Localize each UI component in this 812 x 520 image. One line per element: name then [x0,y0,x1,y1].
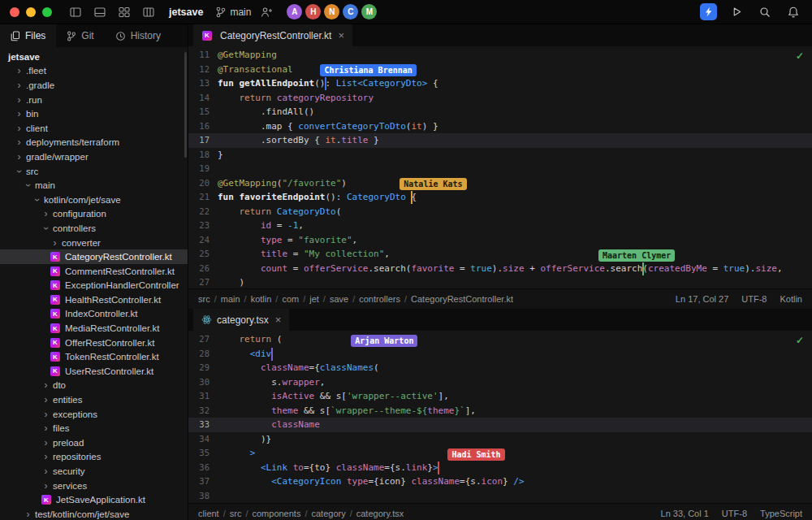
code-line[interactable]: 11@GetMapping [188,48,812,63]
tree-item[interactable]: ›gradle/wrapper [0,150,188,164]
code-line[interactable]: 28 <div [188,347,812,362]
line-number[interactable]: 19 [188,162,209,176]
code-line[interactable]: 30 s.wrapper, [188,375,812,390]
tree-item[interactable]: KExceptionHandlerController [0,279,188,293]
avatar[interactable]: A [287,4,302,20]
git-branch-button[interactable]: main [216,6,251,18]
code-line[interactable]: 19 [188,162,812,176]
line-number[interactable]: 33 [188,418,209,432]
tab-history[interactable]: History [105,24,171,47]
breadcrumb-item[interactable]: controllers [359,294,400,304]
tree-item[interactable]: ›configuration [0,207,188,222]
code-line[interactable]: 17 .sortedBy { it.title } [188,133,812,148]
line-number[interactable]: 22 [188,205,209,219]
invite-user-icon[interactable] [257,4,275,20]
tree-item[interactable]: ›.run [0,93,188,107]
tree-item[interactable]: ›entities [0,392,188,407]
line-number[interactable]: 32 [188,404,209,418]
breadcrumb-item[interactable]: jet [309,294,319,304]
tree-item[interactable]: ›.gradle [0,78,188,93]
tree-item[interactable]: ›files [0,421,188,436]
line-number[interactable]: 35 [188,446,209,461]
tree-item[interactable]: ›client [0,121,188,136]
tree-item[interactable]: ›kotlin/com/jet/save [0,193,188,207]
tree-item[interactable]: ›services [0,479,188,493]
tree-item[interactable]: ›exceptions [0,407,188,422]
avatar[interactable]: C [343,4,358,20]
line-number[interactable]: 37 [188,474,209,489]
tree-item[interactable]: KJetSaveApplication.kt [0,492,188,507]
line-number[interactable]: 36 [188,461,209,475]
line-number[interactable]: 31 [188,389,209,404]
code-line[interactable]: 34 )} [188,432,812,447]
code-line[interactable]: 22 return CategoryDto( [188,205,812,219]
code-line[interactable]: 12@Transactional [188,63,812,77]
tree-item[interactable]: jetsave [0,50,188,64]
tab-category-tsx[interactable]: category.tsx × [193,309,289,331]
tree-item[interactable]: ›deployments/terraform [0,136,188,150]
tab-git[interactable]: Git [56,24,104,47]
tree-item[interactable]: ›.fleet [0,64,188,79]
tree-item[interactable]: ›test/kotlin/com/jet/save [0,507,188,520]
breadcrumb-item[interactable]: main [221,294,240,304]
code-line[interactable]: 14 return categoryRepository [188,91,812,106]
code-line[interactable]: 29 className={classNames( [188,361,812,375]
breadcrumb-item[interactable]: com [282,294,299,304]
tree-item[interactable]: KCategoryRestController.kt [0,249,188,264]
breadcrumb-item[interactable]: components [252,509,300,518]
panel-left-icon[interactable] [67,4,84,20]
close-tab-icon[interactable]: × [338,29,344,41]
code-line[interactable]: 15 .findAll() [188,105,812,119]
language[interactable]: Kotlin [780,294,802,304]
tree-item[interactable]: KHealthRestController.kt [0,292,188,307]
panel-bottom-icon[interactable] [91,4,109,20]
close-tab-icon[interactable]: × [275,314,282,326]
encoding[interactable]: UTF-8 [722,509,747,518]
line-number[interactable]: 28 [188,347,209,362]
code-line[interactable]: 36 <Link to={to} className={s.link}> [188,461,812,475]
breadcrumb-item[interactable]: client [198,509,219,518]
caret-position[interactable]: Ln 33, Col 1 [661,509,709,518]
code-line[interactable]: 16 .map { convertCategoryToDto(it) } [188,119,812,134]
breadcrumb-item[interactable]: kotlin [251,294,272,304]
line-number[interactable]: 27 [188,275,209,288]
line-number[interactable]: 27 [188,332,209,347]
tree-item[interactable]: ›converter [0,236,188,250]
breadcrumb-item[interactable]: category [311,509,345,518]
tree-item[interactable]: ›src [0,164,188,179]
code-line[interactable]: 25 title = "My collection", [188,247,812,262]
zoom-button[interactable] [42,7,52,17]
close-button[interactable] [10,7,19,17]
breadcrumb-item[interactable]: src [198,294,210,304]
breadcrumb-item[interactable]: category.tsx [356,509,404,518]
line-number[interactable]: 21 [188,190,209,205]
line-number[interactable]: 15 [188,105,209,119]
tree-item[interactable]: KOfferRestController.kt [0,336,188,350]
tab-category-rest-controller[interactable]: K CategoryRestController.kt × [193,24,352,46]
sidebar-scrollbar[interactable] [184,52,187,158]
grid-layout-icon[interactable] [115,4,133,20]
tree-item[interactable]: ›controllers [0,221,188,236]
workspace-name[interactable]: jetsave [169,6,203,18]
search-icon[interactable] [756,4,774,20]
line-number[interactable]: 14 [188,91,209,106]
tree-item[interactable]: ›bin [0,106,188,121]
tree-item[interactable]: KIndexController.kt [0,307,188,322]
line-number[interactable]: 25 [188,247,209,262]
line-number[interactable]: 24 [188,233,209,248]
breadcrumb-item[interactable]: save [330,294,348,304]
code-line[interactable]: 27 return ( [188,332,812,347]
encoding[interactable]: UTF-8 [741,294,767,304]
line-number[interactable]: 23 [188,219,209,233]
line-number[interactable]: 16 [188,119,209,134]
line-number[interactable]: 12 [188,63,209,77]
language[interactable]: TypeScript [760,509,802,518]
tree-item[interactable]: ›repositories [0,450,188,465]
minimize-button[interactable] [26,7,36,17]
code-line[interactable]: 23 id = -1, [188,219,812,233]
line-number[interactable]: 11 [188,48,209,63]
avatar[interactable]: M [361,4,377,20]
line-number[interactable]: 38 [188,489,209,504]
code-line[interactable]: 27 ) [188,275,812,288]
line-number[interactable]: 30 [188,375,209,390]
